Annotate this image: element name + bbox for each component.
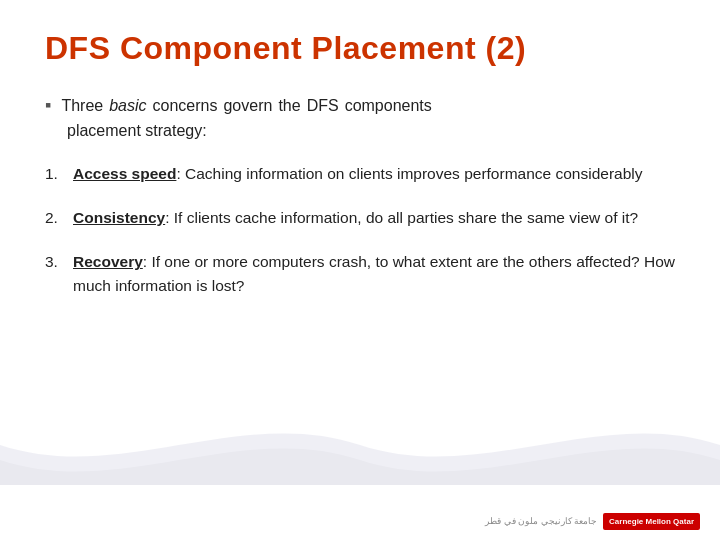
list-text-1: Access speed: Caching information on cli…	[73, 162, 643, 186]
list-num-3: 3.	[45, 250, 65, 274]
intro-the: the	[278, 97, 300, 115]
intro-line: ▪ Three basic concerns govern the DFS co…	[45, 95, 675, 140]
bullet-marker: ▪	[45, 95, 51, 116]
arabic-logo-text: جامعة كارنيجي ملون في قطر	[485, 516, 597, 526]
list-underlined-1: Access speed	[73, 165, 176, 182]
list-num-1: 1.	[45, 162, 65, 186]
list-underlined-2: Consistency	[73, 209, 165, 226]
list-text-3: Recovery: If one or more computers crash…	[73, 250, 675, 298]
list-num-2: 2.	[45, 206, 65, 230]
cmu-logo: Carnegie Mellon Qatar	[603, 513, 700, 530]
footer: جامعة كارنيجي ملون في قطر Carnegie Mello…	[485, 513, 700, 530]
intro-basic: basic	[109, 97, 146, 115]
intro-three: Three	[61, 97, 103, 115]
list-text-2: Consistency: If clients cache informatio…	[73, 206, 638, 230]
slide: DFS Component Placement (2) ▪ Three basi…	[0, 0, 720, 540]
list-item: 3.Recovery: If one or more computers cra…	[45, 250, 675, 298]
intro-components: components	[345, 97, 432, 115]
content-list: 1.Access speed: Caching information on c…	[45, 162, 675, 298]
intro-placement: placement strategy:	[45, 122, 675, 140]
intro-dfs: DFS	[307, 97, 339, 115]
list-item: 2.Consistency: If clients cache informat…	[45, 206, 675, 230]
list-underlined-3: Recovery	[73, 253, 143, 270]
slide-title: DFS Component Placement (2)	[45, 30, 675, 67]
wave-decoration	[0, 405, 720, 485]
list-item: 1.Access speed: Caching information on c…	[45, 162, 675, 186]
intro-concerns: concerns	[153, 97, 218, 115]
intro-govern: govern	[223, 97, 272, 115]
